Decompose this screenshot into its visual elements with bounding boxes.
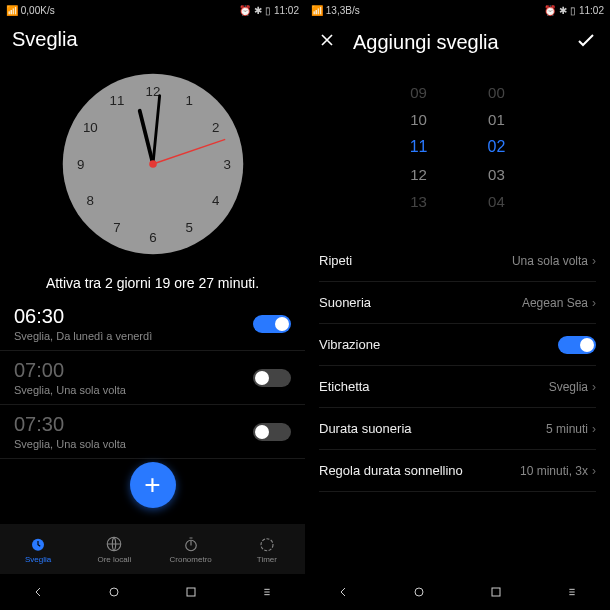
back-icon[interactable] (335, 584, 351, 600)
setting-label: Durata suoneria (319, 421, 412, 436)
svg-text:1: 1 (185, 93, 192, 108)
svg-text:6: 6 (149, 230, 156, 245)
alarm-sub: Sveglia, Una sola volta (14, 438, 126, 450)
stopwatch-icon (182, 535, 200, 553)
setting-value: Aegean Sea (522, 296, 588, 310)
alarm-settings: Ripeti Una sola volta› Suoneria Aegean S… (305, 240, 610, 574)
setting-label-name[interactable]: Etichetta Sveglia› (319, 366, 596, 408)
picker-selected: 02 (488, 138, 506, 156)
status-right: ⏰ ✱ ▯ 11:02 (239, 5, 299, 16)
recent-icon[interactable] (183, 584, 199, 600)
picker-value: 12 (410, 166, 427, 183)
timer-icon (258, 535, 276, 553)
chevron-icon: › (592, 464, 596, 478)
setting-label: Ripeti (319, 253, 352, 268)
home-icon[interactable] (106, 584, 122, 600)
setting-label: Suoneria (319, 295, 371, 310)
overflow-icon[interactable] (259, 584, 275, 600)
chevron-icon: › (592, 296, 596, 310)
svg-text:5: 5 (185, 220, 192, 235)
add-alarm-screen: 📶 13,3B/s ⏰ ✱ ▯ 11:02 Aggiungi sveglia 0… (305, 0, 610, 610)
alarm-row[interactable]: 06:30 Sveglia, Da lunedì a venerdì (0, 297, 305, 351)
alarm-time: 06:30 (14, 305, 152, 328)
close-icon[interactable] (317, 30, 337, 54)
minute-picker[interactable]: 00 01 02 03 04 (488, 84, 506, 210)
bluetooth-icon: ✱ (559, 5, 567, 16)
alarm-tab-icon (29, 535, 47, 553)
confirm-icon[interactable] (574, 28, 598, 56)
svg-rect-24 (492, 588, 500, 596)
recent-icon[interactable] (488, 584, 504, 600)
tab-label: Sveglia (25, 555, 51, 564)
setting-value: Una sola volta (512, 254, 588, 268)
svg-text:11: 11 (109, 93, 124, 108)
tab-alarm[interactable]: Sveglia (0, 524, 76, 574)
tab-stopwatch[interactable]: Cronometro (153, 524, 229, 574)
svg-rect-22 (187, 588, 195, 596)
status-right: ⏰ ✱ ▯ 11:02 (544, 5, 604, 16)
net-speed: 0,00K/s (21, 5, 55, 16)
setting-value: Sveglia (549, 380, 588, 394)
picker-selected: 11 (410, 138, 428, 156)
page-title: Sveglia (12, 28, 78, 51)
net-speed: 13,3B/s (326, 5, 360, 16)
alarm-icon: ⏰ (239, 5, 251, 16)
globe-icon (105, 535, 123, 553)
svg-point-16 (149, 160, 157, 168)
alarm-row[interactable]: 07:00 Sveglia, Una sola volta (0, 351, 305, 405)
picker-value: 03 (488, 166, 505, 183)
svg-text:7: 7 (113, 220, 120, 235)
tab-label: Ore locali (97, 555, 131, 564)
alarm-toggle[interactable] (253, 423, 291, 441)
svg-text:8: 8 (86, 193, 93, 208)
page-header: Sveglia (0, 20, 305, 59)
battery-icon: ▯ (570, 5, 576, 16)
svg-point-23 (415, 588, 423, 596)
svg-text:9: 9 (77, 157, 84, 172)
picker-value: 09 (410, 84, 427, 101)
status-bar: 📶 0,00K/s ⏰ ✱ ▯ 11:02 (0, 0, 305, 20)
setting-snooze[interactable]: Regola durata sonnellino 10 minuti, 3x› (319, 450, 596, 492)
chevron-icon: › (592, 422, 596, 436)
picker-value: 13 (410, 193, 427, 210)
alarm-icon: ⏰ (544, 5, 556, 16)
setting-value: 5 minuti (546, 422, 588, 436)
picker-value: 00 (488, 84, 505, 101)
tab-timer[interactable]: Timer (229, 524, 305, 574)
home-icon[interactable] (411, 584, 427, 600)
page-header: Aggiungi sveglia (305, 20, 610, 64)
alarm-toggle[interactable] (253, 315, 291, 333)
tab-world-clock[interactable]: Ore locali (76, 524, 152, 574)
chevron-icon: › (592, 380, 596, 394)
nav-bar (0, 574, 305, 610)
add-alarm-button[interactable]: + (130, 462, 176, 508)
vibration-toggle[interactable] (558, 336, 596, 354)
status-bar: 📶 13,3B/s ⏰ ✱ ▯ 11:02 (305, 0, 610, 20)
tab-label: Timer (257, 555, 277, 564)
nav-bar (305, 574, 610, 610)
tab-label: Cronometro (170, 555, 212, 564)
svg-point-21 (110, 588, 118, 596)
alarm-row[interactable]: 07:30 Sveglia, Una sola volta (0, 405, 305, 459)
time-picker[interactable]: 09 10 11 12 13 00 01 02 03 04 (305, 64, 610, 240)
next-alarm-text: Attiva tra 2 giorni 19 ore 27 minuti. (0, 275, 305, 291)
setting-ringtone[interactable]: Suoneria Aegean Sea› (319, 282, 596, 324)
alarm-toggle[interactable] (253, 369, 291, 387)
setting-value: 10 minuti, 3x (520, 464, 588, 478)
chevron-icon: › (592, 254, 596, 268)
svg-text:10: 10 (82, 120, 97, 135)
back-icon[interactable] (30, 584, 46, 600)
svg-text:3: 3 (223, 157, 230, 172)
bottom-tabs: Sveglia Ore locali Cronometro Timer (0, 524, 305, 574)
hour-picker[interactable]: 09 10 11 12 13 (410, 84, 428, 210)
alarm-sub: Sveglia, Da lunedì a venerdì (14, 330, 152, 342)
setting-label: Etichetta (319, 379, 370, 394)
setting-duration[interactable]: Durata suoneria 5 minuti› (319, 408, 596, 450)
setting-vibration[interactable]: Vibrazione (319, 324, 596, 366)
status-left: 📶 0,00K/s (6, 5, 55, 16)
svg-text:2: 2 (211, 120, 218, 135)
picker-value: 04 (488, 193, 505, 210)
setting-repeat[interactable]: Ripeti Una sola volta› (319, 240, 596, 282)
alarm-time: 07:30 (14, 413, 126, 436)
overflow-icon[interactable] (564, 584, 580, 600)
